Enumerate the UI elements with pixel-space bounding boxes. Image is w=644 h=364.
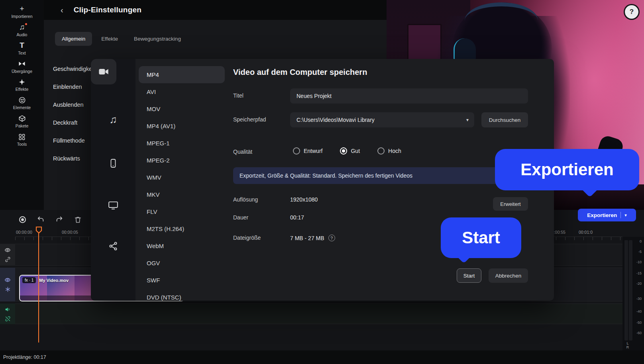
back-icon[interactable]: ‹: [61, 6, 63, 15]
format-item-m2ts[interactable]: M2TS (H.264): [139, 220, 225, 237]
category-video-tab[interactable]: [91, 59, 116, 84]
clip-settings-list: Geschwindigkeit Einblenden Ausblenden De…: [53, 60, 95, 167]
sidebar-item-tools[interactable]: Tools: [0, 131, 44, 149]
setting-geschwindigkeit[interactable]: Geschwindigkeit: [53, 60, 95, 78]
audio-track[interactable]: [15, 303, 622, 324]
category-phone-tab[interactable]: [100, 154, 126, 173]
tab-effekte[interactable]: Effekte: [94, 32, 125, 46]
setting-rueckwaerts[interactable]: Rückwärts: [53, 149, 95, 167]
app-window: ‹ Clip-Einstellungen Allgemein Effekte B…: [0, 0, 644, 364]
quality-option-hoch[interactable]: Hoch: [377, 147, 401, 155]
meter-bar-right: [629, 240, 632, 341]
tab-allgemein[interactable]: Allgemein: [55, 32, 92, 46]
advanced-button[interactable]: Erweitert: [493, 197, 528, 211]
chevron-down-icon: ▾: [624, 213, 627, 218]
quality-option-gut[interactable]: Gut: [340, 147, 360, 155]
playhead-line[interactable]: [38, 233, 39, 342]
format-item-swf[interactable]: SWF: [139, 272, 225, 289]
format-item-mov[interactable]: MOV: [139, 100, 225, 117]
format-item-ogv[interactable]: OGV: [139, 254, 225, 272]
setting-einblenden[interactable]: Einblenden: [53, 78, 95, 96]
start-button[interactable]: Start: [457, 268, 481, 283]
format-item-wmv[interactable]: WMV: [139, 169, 225, 186]
music-note-icon: ♫: [19, 23, 25, 31]
format-item-mkv[interactable]: MKV: [139, 186, 225, 203]
link-off-icon[interactable]: [5, 316, 11, 322]
meter-scale-label: -40: [636, 309, 642, 313]
smartphone-icon: [108, 159, 118, 168]
format-item-mpeg2[interactable]: MPEG-2: [139, 152, 225, 169]
category-share-tab[interactable]: [100, 237, 126, 256]
export-tooltip: Exportieren: [495, 149, 639, 190]
undo-icon[interactable]: [37, 215, 45, 223]
video-camera-icon: [98, 66, 109, 77]
export-tooltip-label: Exportieren: [520, 160, 613, 179]
snowflake-icon[interactable]: [5, 286, 11, 292]
format-item-mp4-av1[interactable]: MP4 (AV1): [139, 117, 225, 135]
save-path-select[interactable]: C:\Users\Videos\Movavi Library ▾: [290, 112, 474, 127]
sidebar-item-audio[interactable]: ♫ Audio: [0, 21, 44, 39]
clip-label-row: fx · 1 My Video.mov: [22, 277, 69, 283]
setting-deckkraft[interactable]: Deckkraft: [53, 114, 95, 131]
browse-button[interactable]: Durchsuchen: [481, 112, 528, 127]
trash-icon[interactable]: [74, 216, 82, 223]
format-item-avi[interactable]: AVI: [139, 83, 225, 100]
sidebar-item-text[interactable]: T Text: [0, 39, 44, 57]
transitions-icon: [18, 60, 26, 68]
filesize-text: 7 MB - 27 MB: [290, 235, 324, 241]
setting-ausblenden[interactable]: Ausblenden: [53, 96, 95, 114]
category-audio-tab[interactable]: ♫: [100, 110, 126, 129]
meter-scale-label: 0: [640, 239, 642, 243]
quality-option-entwurf[interactable]: Entwurf: [293, 147, 322, 155]
radio-icon[interactable]: [377, 147, 385, 155]
grid-icon: [18, 133, 26, 141]
clip-fx-badge: fx · 1: [22, 277, 36, 283]
monitor-icon: [108, 200, 118, 210]
text-icon: T: [20, 41, 24, 49]
meter-scale-label: -15: [636, 271, 642, 275]
sidebar-item-label: Tools: [17, 142, 27, 147]
format-item-webm[interactable]: WebM: [139, 237, 225, 254]
eye-icon[interactable]: [4, 277, 11, 283]
sidebar-item-pakete[interactable]: Pakete: [0, 112, 44, 131]
quality-option-label: Hoch: [388, 148, 401, 154]
category-tv-tab[interactable]: [100, 196, 126, 215]
help-button[interactable]: ?: [625, 5, 638, 19]
setting-fuellmethode[interactable]: Füllmethode: [53, 131, 95, 149]
radio-selected-icon[interactable]: [340, 147, 347, 155]
sidebar-item-uebergaenge[interactable]: Übergänge: [0, 57, 44, 76]
notification-dot: [25, 23, 27, 25]
filesize-label: Dateigröße: [233, 235, 261, 241]
format-item-dvd-ntsc[interactable]: DVD (NTSC): [139, 289, 225, 301]
filesize-help-icon[interactable]: ?: [328, 235, 335, 241]
export-category-strip: ♫: [91, 59, 135, 301]
title-input[interactable]: [290, 88, 528, 104]
panel-header: ‹ Clip-Einstellungen: [44, 0, 387, 20]
quality-label: Qualität: [233, 149, 252, 155]
eye-icon[interactable]: [4, 247, 11, 253]
format-item-flv[interactable]: FLV: [139, 203, 225, 220]
sidebar-item-label: Importieren: [11, 14, 32, 19]
question-mark-icon: ?: [630, 8, 634, 16]
speaker-icon[interactable]: [4, 306, 11, 313]
format-item-mp4[interactable]: MP4: [139, 66, 225, 83]
cancel-button[interactable]: Abbrechen: [489, 268, 528, 283]
export-button[interactable]: Exportieren ▾: [578, 209, 636, 221]
smiley-icon: [18, 96, 26, 104]
meter-scale-label: -50: [636, 321, 642, 325]
sidebar-item-importieren[interactable]: + Importieren: [0, 2, 44, 21]
status-bar: Projektlänge: 00:17: [0, 350, 644, 364]
link-icon[interactable]: [5, 256, 11, 262]
redo-icon[interactable]: [55, 215, 63, 223]
share-icon: [108, 241, 118, 251]
tab-bewegungstracking[interactable]: Bewegungstracking: [127, 32, 188, 46]
quality-option-label: Entwurf: [304, 148, 322, 154]
record-icon[interactable]: [19, 216, 26, 223]
package-icon: [18, 115, 26, 122]
export-button-label: Exportieren: [587, 212, 617, 218]
resolution-label: Auflösung: [233, 196, 258, 203]
format-item-mpeg1[interactable]: MPEG-1: [139, 135, 225, 152]
radio-icon[interactable]: [293, 147, 300, 155]
sidebar-item-effekte[interactable]: Effekte: [0, 76, 44, 94]
sidebar-item-elemente[interactable]: Elemente: [0, 94, 44, 112]
